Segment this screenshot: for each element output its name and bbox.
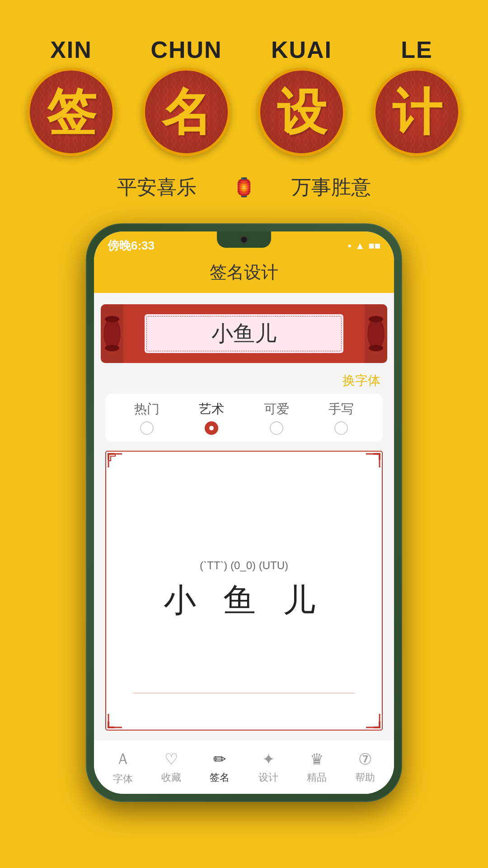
svg-rect-17: [379, 722, 380, 728]
svg-rect-15: [108, 722, 109, 728]
nav-label-design: 设计: [258, 771, 278, 784]
tab-handwrite[interactable]: 手写: [328, 401, 354, 435]
tab-hot-indicator: [140, 421, 154, 435]
tab-art-indicator: [205, 421, 218, 435]
sig-name-display: 小 鱼 儿: [164, 579, 324, 622]
sig-emoticons-text: (`TT`) (0_0) (UTU): [200, 559, 288, 572]
signal-icon: ■■: [368, 240, 380, 252]
scroll-left-cap: [101, 304, 123, 363]
app-content: 小鱼儿 换字体: [94, 293, 394, 794]
app-header: 签名设计: [94, 256, 394, 293]
scroll-banner: 小鱼儿: [108, 304, 380, 363]
char-text-3: 设: [277, 87, 327, 137]
pinyin-kuai: KUAI: [271, 36, 332, 63]
corner-deco-tl: [106, 452, 138, 483]
nav-label-premium: 精品: [307, 771, 327, 784]
char-item-1: XIN 签: [27, 36, 115, 156]
change-font-button[interactable]: 换字体: [343, 373, 380, 387]
tab-hot-label: 热门: [134, 401, 160, 418]
char-circle-3: 设: [258, 68, 346, 156]
nav-label-font: 字体: [113, 772, 133, 786]
corner-deco-tr: [350, 452, 382, 483]
nav-item-font[interactable]: Ａ 字体: [113, 749, 133, 786]
sign-icon: ✏: [213, 750, 226, 768]
sig-bottom-line: [133, 693, 355, 693]
font-tabs: 热门 艺术 可爱 手写: [105, 394, 383, 442]
ingot-icon: 🏮: [233, 177, 255, 198]
status-time: 傍晚6:33: [108, 238, 155, 254]
nav-item-design[interactable]: ✦ 设计: [258, 750, 278, 784]
nav-item-premium[interactable]: ♛ 精品: [307, 750, 327, 784]
nav-item-help[interactable]: ⑦ 帮助: [355, 750, 375, 784]
char-circle-2: 名: [142, 68, 230, 156]
svg-point-7: [368, 318, 384, 349]
subtitle-left: 平安喜乐: [117, 174, 197, 201]
phone-mockup-section: 傍晚6:33 ▪ ▲ ■■ 签名设计: [0, 223, 488, 802]
scroll-right-cap: [365, 304, 387, 363]
design-icon: ✦: [262, 750, 275, 768]
svg-rect-11: [108, 453, 109, 460]
subtitle-right: 万事胜意: [291, 174, 371, 201]
sig-content: (`TT`) (0_0) (UTU) 小 鱼 儿: [164, 559, 324, 622]
battery-icon: ▪: [348, 240, 352, 252]
tab-handwrite-indicator: [334, 421, 348, 435]
top-section: XIN 签 CHUN: [0, 0, 488, 201]
tab-art[interactable]: 艺术: [199, 401, 224, 435]
nav-item-collect[interactable]: ♡ 收藏: [161, 750, 181, 784]
tab-cute-indicator: [270, 421, 283, 435]
char-item-3: KUAI 设: [258, 36, 346, 156]
phone-notch: [217, 231, 271, 248]
subtitle-row: 平安喜乐 🏮 万事胜意: [117, 174, 371, 201]
phone-inner: 傍晚6:33 ▪ ▲ ■■ 签名设计: [94, 231, 394, 794]
scroll-body: 小鱼儿: [108, 304, 380, 363]
char-grid: XIN 签 CHUN: [27, 36, 461, 156]
char-item-4: LE 计: [373, 36, 461, 156]
pinyin-le: LE: [401, 36, 432, 63]
corner-deco-bl: [106, 698, 138, 730]
nav-label-collect: 收藏: [161, 771, 181, 784]
char-text-1: 签: [47, 87, 96, 137]
premium-icon: ♛: [310, 750, 324, 768]
nav-label-help: 帮助: [355, 771, 375, 784]
change-font-row[interactable]: 换字体: [94, 370, 394, 394]
wifi-icon: ▲: [355, 240, 365, 252]
tab-cute-label: 可爱: [264, 401, 289, 418]
tab-cute[interactable]: 可爱: [264, 401, 289, 435]
nav-label-sign: 签名: [210, 771, 230, 784]
char-circle-1: 签: [27, 68, 115, 156]
camera: [240, 236, 248, 243]
char-text-2: 名: [162, 87, 211, 137]
char-text-4: 计: [392, 87, 442, 137]
status-icons: ▪ ▲ ■■: [348, 240, 380, 252]
svg-point-4: [104, 318, 120, 349]
svg-point-8: [369, 316, 383, 322]
svg-point-6: [105, 345, 119, 351]
tab-handwrite-label: 手写: [328, 401, 354, 418]
svg-point-5: [105, 316, 119, 322]
tab-hot[interactable]: 热门: [134, 401, 160, 435]
pinyin-xin: XIN: [50, 36, 92, 63]
sig-display: (`TT`) (0_0) (UTU) 小 鱼 儿: [105, 451, 383, 731]
tab-art-label: 艺术: [199, 401, 224, 418]
pinyin-chun: CHUN: [150, 36, 222, 63]
svg-rect-13: [379, 453, 380, 460]
nav-item-sign[interactable]: ✏ 签名: [210, 750, 230, 784]
svg-point-9: [369, 345, 383, 351]
char-item-2: CHUN 名: [142, 36, 230, 156]
corner-deco-br: [350, 698, 382, 730]
scroll-inner: 小鱼儿: [144, 313, 344, 354]
app-title: 签名设计: [210, 263, 278, 282]
collect-icon: ♡: [164, 750, 178, 768]
help-icon: ⑦: [358, 750, 372, 768]
bottom-nav: Ａ 字体 ♡ 收藏 ✏ 签名 ✦ 设计: [94, 740, 394, 794]
phone-outer: 傍晚6:33 ▪ ▲ ■■ 签名设计: [86, 223, 402, 802]
scroll-name-text: 小鱼儿: [211, 319, 277, 348]
char-circle-4: 计: [373, 68, 461, 156]
font-icon: Ａ: [115, 749, 131, 769]
